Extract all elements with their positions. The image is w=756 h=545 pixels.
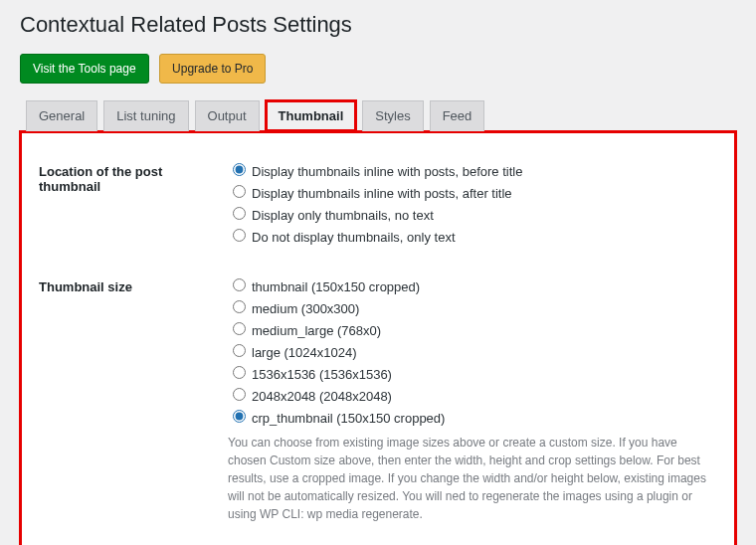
size-desc: You can choose from existing image sizes… xyxy=(228,434,717,523)
upgrade-button[interactable]: Upgrade to Pro xyxy=(159,54,266,84)
size-opt-4[interactable]: 1536x1536 (1536x1536) xyxy=(228,363,717,382)
width-label: Thumbnail width xyxy=(39,537,228,545)
tab-output[interactable]: Output xyxy=(195,100,260,131)
size-label: Thumbnail size xyxy=(39,262,228,537)
size-opt-6[interactable]: crp_thumbnail (150x150 cropped) xyxy=(228,407,717,426)
button-row: Visit the Tools page Upgrade to Pro xyxy=(20,54,736,84)
size-options: thumbnail (150x150 cropped) medium (300x… xyxy=(228,262,717,537)
tab-list-tuning[interactable]: List tuning xyxy=(103,100,188,131)
loc-opt-3[interactable]: Do not display thumbnails, only text xyxy=(228,226,717,245)
tools-button[interactable]: Visit the Tools page xyxy=(20,54,149,84)
size-opt-5[interactable]: 2048x2048 (2048x2048) xyxy=(228,385,717,404)
tab-styles[interactable]: Styles xyxy=(362,100,423,131)
thumbnail-settings-panel: Location of the post thumbnail Display t… xyxy=(20,131,736,545)
page-title: Contextual Related Posts Settings xyxy=(20,12,736,38)
size-opt-3[interactable]: large (1024x1024) xyxy=(228,341,717,360)
location-label: Location of the post thumbnail xyxy=(39,146,228,262)
loc-opt-0[interactable]: Display thumbnails inline with posts, be… xyxy=(228,160,717,179)
location-options: Display thumbnails inline with posts, be… xyxy=(228,146,717,262)
size-opt-0[interactable]: thumbnail (150x150 cropped) xyxy=(228,275,717,294)
tab-strip: General List tuning Output Thumbnail Sty… xyxy=(20,99,736,131)
size-opt-1[interactable]: medium (300x300) xyxy=(228,297,717,316)
tab-feed[interactable]: Feed xyxy=(430,100,485,131)
tab-general[interactable]: General xyxy=(26,100,97,131)
loc-opt-2[interactable]: Display only thumbnails, no text xyxy=(228,204,717,223)
tab-thumbnail[interactable]: Thumbnail xyxy=(266,100,357,131)
size-opt-2[interactable]: medium_large (768x0) xyxy=(228,319,717,338)
loc-opt-1[interactable]: Display thumbnails inline with posts, af… xyxy=(228,182,717,201)
